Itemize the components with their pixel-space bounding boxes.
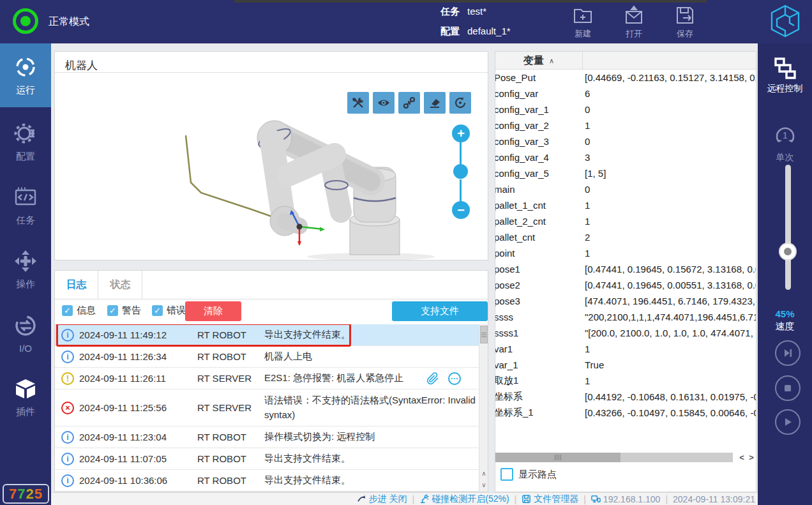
- log-row[interactable]: ×2024-09-11 11:25:56RT SERVER语法错误：不支持的语法…: [55, 389, 479, 426]
- support-file-button[interactable]: 支持文件: [392, 301, 488, 321]
- sidebar-item-task[interactable]: 任务: [0, 174, 51, 237]
- single-cycle-label[interactable]: 单次: [758, 152, 812, 163]
- info-icon: i: [61, 453, 74, 465]
- robot-3d-view[interactable]: [55, 73, 488, 260]
- scroll-up-icon[interactable]: ∧: [479, 467, 488, 479]
- variable-name: Pose_Put: [495, 72, 585, 83]
- speed-slider-track[interactable]: [785, 165, 791, 290]
- more-icon[interactable]: ···: [448, 372, 461, 385]
- log-row[interactable]: i2024-09-11 11:26:34RT ROBOT机器人上电: [55, 346, 479, 368]
- variable-value: 1: [585, 200, 756, 211]
- zoom-slider-thumb[interactable]: [453, 164, 468, 179]
- view-button[interactable]: [373, 92, 395, 114]
- sidebar-item-io[interactable]: I/O: [0, 301, 51, 365]
- scroll-right-icon[interactable]: >: [746, 453, 756, 462]
- variable-name: config_var: [495, 88, 585, 99]
- stop-button[interactable]: [775, 375, 801, 401]
- log-message: 导出支持文件结束。: [264, 328, 476, 342]
- variable-row[interactable]: pallet_cnt2: [495, 229, 756, 245]
- variable-row[interactable]: pallet_1_cnt1: [495, 197, 756, 213]
- variable-value: [0.43266, -0.10497, 0.15845, 0.00646, -0…: [585, 407, 756, 418]
- config-field[interactable]: 配置 default_1*: [440, 26, 511, 40]
- tab-log[interactable]: 日志: [55, 271, 98, 299]
- tools-icon: [351, 96, 365, 110]
- variable-row[interactable]: pose3[474.4071, 196.4451, 6.7146, 179.43…: [495, 293, 756, 309]
- variable-name: pallet_1_cnt: [495, 200, 585, 211]
- robot-status-icon[interactable]: [13, 8, 38, 34]
- variables-header: 变量 ∧: [495, 52, 756, 70]
- variable-row[interactable]: var_1True: [495, 357, 756, 373]
- log-row[interactable]: i2024-09-11 11:49:12RT ROBOT导出支持文件结束。: [55, 324, 479, 346]
- variables-hscrollbar[interactable]: [495, 453, 733, 462]
- sidebar-item-plugin[interactable]: 插件: [0, 365, 51, 429]
- play-button[interactable]: [775, 409, 801, 435]
- variable-row[interactable]: config_var_5[1, 5]: [495, 165, 756, 181]
- variables-header-cell[interactable]: 变量 ∧: [495, 52, 583, 70]
- show-waypoints-toggle[interactable]: 显示路点: [500, 468, 557, 481]
- variable-row[interactable]: point1: [495, 245, 756, 261]
- variable-name: var_1: [495, 359, 585, 370]
- status-badge[interactable]: 7725: [3, 484, 49, 504]
- log-row[interactable]: i2024-09-11 11:23:04RT ROBOT操作模式切换为: 远程控…: [55, 426, 479, 448]
- variable-row[interactable]: ssss1"[200.0, 2100.0, 1.0, 1.0, 1.0, 474…: [495, 325, 756, 341]
- filter-warning[interactable]: ✓ 警告: [107, 305, 141, 317]
- log-source: RT ROBOT: [197, 453, 258, 464]
- scroll-left-icon[interactable]: <: [737, 453, 747, 462]
- scroll-down-icon[interactable]: ∨: [479, 479, 488, 490]
- tools-button[interactable]: [347, 92, 369, 114]
- variable-row[interactable]: config_var_21: [495, 117, 756, 133]
- variable-row[interactable]: config_var_10: [495, 102, 756, 117]
- sidebar-item-config[interactable]: 配置: [0, 110, 51, 174]
- remote-control-icon[interactable]: [773, 56, 797, 80]
- variable-row[interactable]: 坐标系_1[0.43266, -0.10497, 0.15845, 0.0064…: [495, 405, 756, 421]
- variable-row[interactable]: pose1[0.47441, 0.19645, 0.15672, 3.13168…: [495, 261, 756, 277]
- sidebar-item-operate[interactable]: 操作: [0, 237, 51, 301]
- variable-row[interactable]: config_var_43: [495, 149, 756, 165]
- variable-value: "[200.0, 2100.0, 1.0, 1.0, 1.0, 474.4071…: [585, 328, 756, 338]
- variable-row[interactable]: Pose_Put[0.44669, -0.21163, 0.15127, 3.1…: [495, 70, 756, 86]
- filter-info[interactable]: ✓ 信息: [62, 305, 96, 317]
- log-time: 2024-09-11 11:26:34: [79, 351, 184, 362]
- task-field[interactable]: 任务 test*: [440, 6, 486, 20]
- zoom-out-button[interactable]: −: [452, 201, 470, 219]
- new-folder-icon: [571, 4, 594, 27]
- single-cycle-icon[interactable]: 1: [774, 123, 797, 148]
- file-manager-item[interactable]: 文件管理器: [522, 494, 578, 505]
- variable-row[interactable]: var11: [495, 341, 756, 357]
- step-mode-item[interactable]: 步进 关闭: [357, 494, 407, 505]
- save-button[interactable]: 保存: [663, 4, 707, 40]
- scrollbar-thumb[interactable]: [495, 453, 620, 462]
- variable-row[interactable]: 取放11: [495, 373, 756, 389]
- variable-row[interactable]: config_var6: [495, 86, 756, 102]
- remote-control-label[interactable]: 远程控制: [758, 83, 812, 94]
- paperclip-icon[interactable]: [426, 372, 439, 385]
- new-button[interactable]: 新建: [560, 4, 605, 40]
- sidebar-item-run[interactable]: 运行: [0, 43, 51, 107]
- variable-row[interactable]: main0: [495, 181, 756, 197]
- variable-row[interactable]: 坐标系[0.44192, -0.10648, 0.16131, 0.01975,…: [495, 389, 756, 405]
- clear-button[interactable]: 清除: [185, 301, 241, 321]
- variable-row[interactable]: pose2[0.47441, 0.19645, 0.00551, 3.13168…: [495, 277, 756, 293]
- filter-error[interactable]: ✓ 错误: [152, 305, 186, 317]
- log-row[interactable]: !2024-09-11 11:26:11RT SERVERE2S1: 急停报警:…: [55, 368, 479, 389]
- scrollbar-thumb[interactable]: [480, 326, 488, 343]
- variable-value: True: [585, 359, 756, 370]
- log-scrollbar[interactable]: ∧ ∨: [479, 324, 488, 492]
- erase-button[interactable]: [424, 92, 446, 114]
- log-row[interactable]: i2024-09-11 11:07:05RT ROBOT导出支持文件结束。: [55, 448, 479, 470]
- tab-status[interactable]: 状态: [99, 271, 142, 299]
- path-button[interactable]: [398, 92, 420, 114]
- zoom-in-button[interactable]: +: [452, 124, 470, 142]
- step-next-button[interactable]: [775, 340, 801, 366]
- speed-slider-thumb[interactable]: [779, 243, 797, 260]
- open-button[interactable]: 打开: [612, 4, 656, 40]
- variable-row[interactable]: pallet_2_cnt1: [495, 213, 756, 229]
- variable-row[interactable]: ssss"200,2100,1,1,1,474.4071,196.4451,6.…: [495, 309, 756, 325]
- zoom-slider-track: [460, 142, 462, 165]
- variable-row[interactable]: config_var_30: [495, 133, 756, 149]
- log-row[interactable]: i2024-09-11 10:36:06RT ROBOT导出支持文件结束。: [55, 470, 479, 492]
- variable-name: pose3: [495, 296, 585, 306]
- collision-detect-item[interactable]: 碰撞检测开启(52%): [419, 494, 509, 505]
- svg-text:1: 1: [783, 130, 788, 140]
- reset-view-button[interactable]: [449, 92, 471, 114]
